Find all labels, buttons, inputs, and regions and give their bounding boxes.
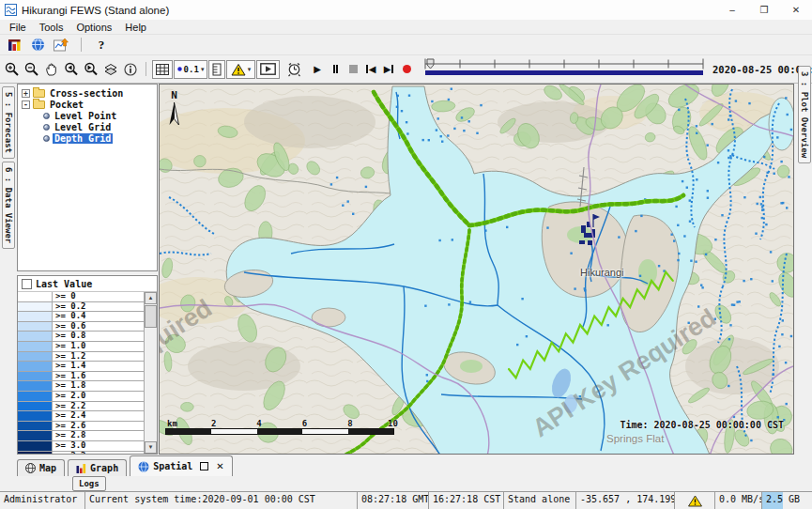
status-warning-cell[interactable] xyxy=(674,492,714,509)
grid-cell-dot xyxy=(772,280,774,282)
menu-item[interactable]: File xyxy=(3,21,33,34)
tree-item[interactable]: Depth Grid xyxy=(18,132,157,144)
legend-row[interactable]: >= 2.0 xyxy=(18,392,144,402)
pause-icon xyxy=(333,65,335,73)
zoom-in-button[interactable] xyxy=(3,60,22,79)
scroll-down-icon[interactable]: ▼ xyxy=(145,441,157,454)
node-bullet-icon xyxy=(43,124,50,131)
warning-triangle-icon xyxy=(231,63,246,76)
tree-item-label[interactable]: Depth Grid xyxy=(53,133,113,144)
stop-icon xyxy=(349,65,358,73)
timeseries-dialog-button[interactable] xyxy=(53,37,69,54)
legend-row[interactable]: >= 3.0 xyxy=(18,441,144,452)
dock-tab[interactable]: 6 : Data Viewer xyxy=(2,162,15,249)
grid-cell-dot xyxy=(757,203,758,205)
pan-hand-button[interactable] xyxy=(42,60,61,79)
animation-dialog-button[interactable] xyxy=(256,60,280,79)
grid-cell-dot xyxy=(682,180,683,182)
tab-spatial[interactable]: Spatial ✕ xyxy=(130,455,233,476)
maximize-button[interactable]: ❐ xyxy=(748,0,780,20)
grid-cell-dot xyxy=(689,199,691,201)
grid-cell-dot xyxy=(640,215,642,217)
legend-color-swatch xyxy=(18,332,53,341)
vegetation-patch xyxy=(181,402,194,411)
legend-color-swatch xyxy=(18,362,53,371)
legend-row[interactable]: >= 1.0 xyxy=(18,342,144,352)
legend-row[interactable]: >= 0 xyxy=(18,292,144,302)
grid-cell-dot xyxy=(714,318,716,320)
scroll-up-icon[interactable]: ▲ xyxy=(145,292,157,304)
tree-expander-icon[interactable]: - xyxy=(22,100,30,109)
info-button[interactable] xyxy=(121,60,140,79)
legend-scrollbar[interactable]: ▲ ▼ xyxy=(145,292,157,454)
logs-button[interactable]: Logs xyxy=(72,476,106,491)
classification-dropdown[interactable]: 0.1 ▾ xyxy=(174,60,207,79)
pause-button[interactable] xyxy=(327,61,344,78)
menu-item[interactable]: Help xyxy=(118,21,153,34)
tab-graph[interactable]: Graph xyxy=(68,459,127,476)
close-button[interactable]: ✕ xyxy=(780,0,812,20)
grid-cell-dot xyxy=(750,440,752,441)
grid-cell-dot xyxy=(707,145,709,147)
dock-tab[interactable]: 5 : Forecast xyxy=(2,86,15,159)
scroll-thumb[interactable] xyxy=(145,305,157,328)
grid-cell-dot xyxy=(683,235,685,237)
grid-cell-dot xyxy=(782,202,784,204)
grid-cell-dot xyxy=(336,177,338,178)
database-viewer-button[interactable] xyxy=(6,37,23,54)
step-back-button[interactable]: ◀ xyxy=(362,61,379,78)
close-pane-icon[interactable]: ✕ xyxy=(216,462,223,471)
tab-map[interactable]: Map xyxy=(17,459,65,476)
play-button[interactable]: ▶ xyxy=(309,61,326,78)
float-pane-icon[interactable] xyxy=(200,462,208,470)
tree-item[interactable]: + Cross-section xyxy=(18,87,157,99)
help-button[interactable]: ? xyxy=(93,37,110,54)
map-scale-bar: km 246810 xyxy=(165,419,400,435)
stop-button[interactable] xyxy=(345,61,361,78)
grid-cell-dot xyxy=(735,100,737,101)
legend-row-label: >= 2.4 xyxy=(53,411,86,421)
scale-tick-label: 2 xyxy=(171,419,216,428)
zoom-out-button[interactable] xyxy=(23,60,41,79)
grid-cell-dot xyxy=(739,301,741,302)
grid-cell-dot xyxy=(790,335,792,337)
grid-cell-dot xyxy=(618,236,620,238)
tree-item-label[interactable]: Level Grid xyxy=(53,122,113,132)
legend-row[interactable]: >= 3.2 xyxy=(18,452,144,455)
menu-item[interactable]: Tools xyxy=(33,21,70,34)
time-settings-button[interactable] xyxy=(284,60,303,79)
zoom-previous-button[interactable] xyxy=(62,60,81,79)
record-button[interactable] xyxy=(398,61,415,78)
map-globe-button[interactable] xyxy=(29,37,46,54)
tree-item[interactable]: Level Point xyxy=(18,110,157,121)
grid-cell-dot xyxy=(635,230,636,232)
basemap-canvas[interactable] xyxy=(160,85,793,455)
tree-expander-icon[interactable]: + xyxy=(22,89,30,98)
spatial-map-view[interactable]: API Key Required API Key Required N Hiku… xyxy=(159,84,794,455)
profile-ruler-button[interactable] xyxy=(208,60,225,79)
timeline-slider[interactable] xyxy=(421,57,707,82)
folder-icon xyxy=(33,100,45,109)
grid-display-button[interactable] xyxy=(152,60,173,79)
tree-item[interactable]: - Pocket xyxy=(18,99,157,110)
tree-item-label[interactable]: Pocket xyxy=(48,100,85,110)
tree-item-label[interactable]: Level Point xyxy=(53,111,118,121)
thresholds-dropdown[interactable]: ▾ xyxy=(226,60,255,79)
grid-cell-dot xyxy=(686,187,688,189)
grid-cell-dot xyxy=(347,200,349,202)
zoom-next-button[interactable] xyxy=(82,60,100,79)
minimize-button[interactable]: – xyxy=(716,0,748,20)
dock-tab[interactable]: 3 : Plot Overview xyxy=(798,66,811,163)
data-viewer-panel: + Cross-section - Pocket xyxy=(16,84,159,455)
tree-item[interactable]: Level Grid xyxy=(18,121,157,132)
layers-button[interactable] xyxy=(101,60,120,79)
grid-cell-dot xyxy=(760,203,762,205)
grid-cell-dot xyxy=(447,134,449,136)
tree-item-label[interactable]: Cross-section xyxy=(48,88,125,99)
step-forward-button[interactable]: ▶ xyxy=(380,61,397,78)
status-bar: Administrator Current system time:2020-0… xyxy=(0,491,812,509)
last-value-checkbox[interactable] xyxy=(22,279,32,289)
scale-tick-label: 8 xyxy=(307,419,352,428)
menu-item[interactable]: Options xyxy=(69,21,118,34)
grid-cell-dot xyxy=(396,106,398,108)
